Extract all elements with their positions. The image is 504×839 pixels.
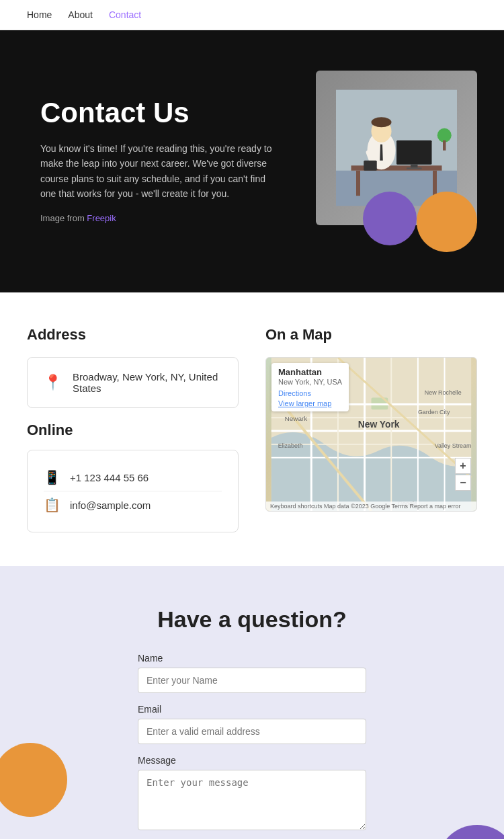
map-zoom-out[interactable]: − (455, 475, 471, 491)
map-footer: Keyboard shortcuts Map data ©2023 Google… (266, 502, 476, 511)
map-location-name: Manhattan (278, 367, 342, 377)
phone-text: +1 123 444 55 66 (70, 472, 149, 483)
nav-home[interactable]: Home (27, 9, 52, 20)
svg-rect-3 (356, 171, 360, 196)
svg-rect-13 (364, 161, 377, 171)
online-title: Online (27, 422, 239, 439)
deco-circle-purple (437, 825, 504, 839)
hero-circle-purple (363, 192, 417, 245)
email-text: info@sample.com (70, 500, 151, 511)
name-field-group: Name (138, 653, 366, 693)
address-text: Broadway, New York, NY, United States (73, 371, 222, 394)
deco-circle-orange (0, 743, 67, 817)
map-view-larger-link[interactable]: View larger map (278, 399, 342, 407)
nav-contact[interactable]: Contact (109, 9, 141, 20)
hero-circle-orange (417, 192, 477, 252)
address-card: 📍 Broadway, New York, NY, United States (27, 357, 239, 408)
map-directions-link[interactable]: Directions (278, 389, 311, 397)
address-right: On a Map (265, 326, 477, 532)
map-zoom-controls: + − (455, 458, 471, 491)
hero-image-area (276, 71, 477, 252)
online-card: 📱 +1 123 444 55 66 📋 info@sample.com (27, 450, 239, 532)
hero-section: Contact Us You know it's time! If you're… (0, 30, 504, 292)
map-footer-text: Keyboard shortcuts Map data ©2023 Google… (270, 503, 461, 510)
nav-about[interactable]: About (68, 9, 93, 20)
email-item: 📋 info@sample.com (44, 491, 222, 518)
svg-rect-7 (407, 167, 422, 169)
svg-point-14 (437, 128, 452, 143)
svg-rect-6 (411, 165, 418, 168)
svg-rect-5 (396, 141, 432, 165)
question-section: Have a question? Name Email Message I ac… (0, 566, 504, 839)
svg-text:New Rochelle: New Rochelle (425, 389, 462, 396)
location-icon: 📍 (44, 374, 62, 391)
svg-text:Elizabeth: Elizabeth (278, 442, 303, 449)
svg-point-11 (372, 117, 392, 127)
svg-text:New York: New York (358, 419, 400, 430)
map-container[interactable]: New York Newark New Rochelle Elizabeth G… (265, 357, 477, 512)
question-title: Have a question? (27, 606, 477, 633)
phone-item: 📱 +1 123 444 55 66 (44, 464, 222, 491)
email-input[interactable] (138, 719, 366, 744)
address-title: Address (27, 326, 239, 344)
svg-text:Newark: Newark (285, 415, 308, 422)
hero-description: You know it's time! If you're reading th… (40, 141, 276, 202)
hero-title: Contact Us (40, 97, 276, 129)
name-input[interactable] (138, 668, 366, 693)
person-illustration (336, 87, 457, 208)
svg-text:Garden City: Garden City (418, 409, 450, 415)
address-map-section: Address 📍 Broadway, New York, NY, United… (0, 292, 504, 566)
message-field-group: Message (138, 755, 366, 832)
name-label: Name (138, 653, 366, 664)
hero-text-area: Contact Us You know it's time! If you're… (40, 97, 276, 226)
image-credit: Image from Freepik (40, 212, 276, 226)
svg-text:Valley Stream: Valley Stream (435, 442, 472, 449)
map-location-subtitle: New York, NY, USA (278, 378, 342, 386)
map-placeholder: New York Newark New Rochelle Elizabeth G… (266, 358, 476, 511)
svg-rect-4 (433, 171, 437, 196)
message-label: Message (138, 755, 366, 766)
phone-icon: 📱 (44, 469, 60, 485)
navbar: Home About Contact (0, 0, 504, 30)
map-zoom-in[interactable]: + (455, 458, 471, 474)
address-left: Address 📍 Broadway, New York, NY, United… (27, 326, 239, 532)
message-textarea[interactable] (138, 770, 366, 830)
svg-rect-15 (443, 141, 446, 151)
freepik-link[interactable]: Freepik (87, 213, 116, 223)
map-info-box: Manhattan New York, NY, USA Directions V… (271, 363, 349, 411)
map-title: On a Map (265, 326, 477, 344)
svg-marker-9 (380, 145, 383, 161)
email-field-group: Email (138, 704, 366, 744)
email-icon: 📋 (44, 497, 60, 513)
email-label: Email (138, 704, 366, 715)
contact-form: Name Email Message I accept the TERMS OF… (138, 653, 366, 839)
